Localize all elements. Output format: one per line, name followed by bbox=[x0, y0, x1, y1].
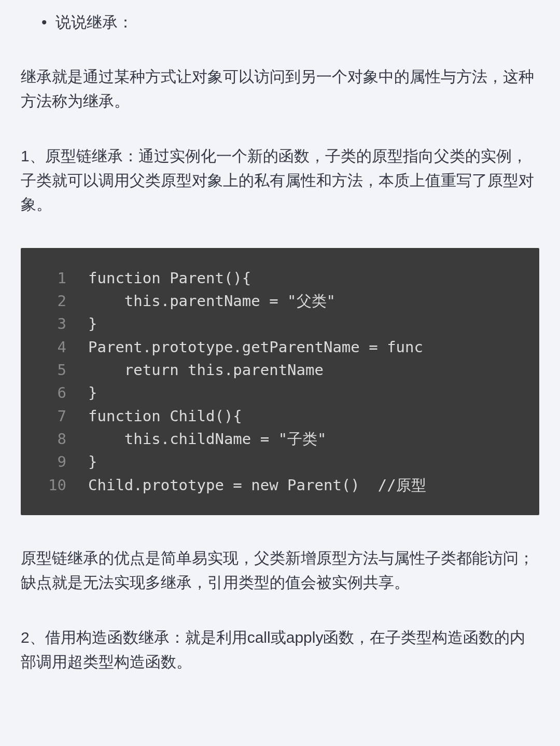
paragraph-pros-cons: 原型链继承的优点是简单易实现，父类新增原型方法与属性子类都能访问；缺点就是无法实… bbox=[21, 546, 539, 595]
code-content: function Parent(){ bbox=[88, 267, 539, 289]
line-number: 10 bbox=[21, 474, 88, 496]
line-number: 3 bbox=[21, 312, 88, 335]
code-content: this.parentName = "父类" bbox=[88, 289, 539, 312]
line-number: 9 bbox=[21, 450, 88, 473]
line-number: 8 bbox=[21, 427, 88, 450]
line-number: 1 bbox=[21, 267, 88, 289]
bullet-item: • 说说继承： bbox=[41, 10, 539, 34]
paragraph-method1: 1、原型链继承：通过实例化一个新的函数，子类的原型指向父类的实例，子类就可以调用… bbox=[21, 144, 539, 217]
code-line: 6 } bbox=[21, 381, 539, 404]
code-content: } bbox=[88, 381, 539, 404]
code-content: this.childName = "子类" bbox=[88, 427, 539, 450]
code-block: 1 function Parent(){ 2 this.parentName =… bbox=[21, 248, 539, 516]
code-line: 3 } bbox=[21, 312, 539, 335]
code-line: 4 Parent.prototype.getParentName = func bbox=[21, 336, 539, 358]
code-content: return this.parentName bbox=[88, 358, 539, 381]
code-content: Child.prototype = new Parent() //原型 bbox=[88, 474, 539, 496]
code-line: 1 function Parent(){ bbox=[21, 267, 539, 289]
bullet-text: 说说继承： bbox=[55, 10, 133, 34]
code-line: 2 this.parentName = "父类" bbox=[21, 289, 539, 312]
code-content: } bbox=[88, 312, 539, 335]
code-line: 5 return this.parentName bbox=[21, 358, 539, 381]
line-number: 7 bbox=[21, 405, 88, 427]
bullet-dot-icon: • bbox=[41, 10, 47, 34]
code-line: 9 } bbox=[21, 450, 539, 473]
code-line: 10 Child.prototype = new Parent() //原型 bbox=[21, 474, 539, 496]
code-content: } bbox=[88, 450, 539, 473]
line-number: 2 bbox=[21, 289, 88, 312]
line-number: 4 bbox=[21, 336, 88, 358]
code-line: 7 function Child(){ bbox=[21, 405, 539, 427]
line-number: 6 bbox=[21, 381, 88, 404]
paragraph-intro: 继承就是通过某种方式让对象可以访问到另一个对象中的属性与方法，这种方法称为继承。 bbox=[21, 65, 539, 113]
line-number: 5 bbox=[21, 358, 88, 381]
code-content: function Child(){ bbox=[88, 405, 539, 427]
code-content: Parent.prototype.getParentName = func bbox=[88, 336, 539, 358]
code-line: 8 this.childName = "子类" bbox=[21, 427, 539, 450]
bullet-section: • 说说继承： bbox=[41, 10, 539, 34]
paragraph-method2: 2、借用构造函数继承：就是利用call或apply函数，在子类型构造函数的内部调… bbox=[21, 626, 539, 674]
